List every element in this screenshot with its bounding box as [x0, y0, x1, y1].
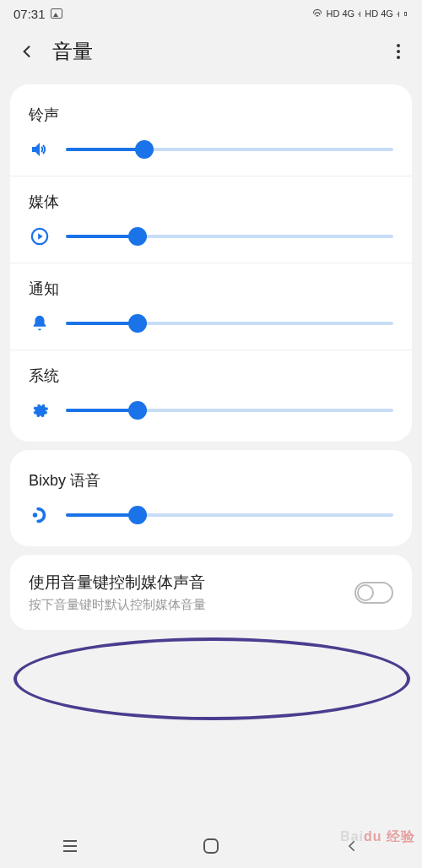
bixby-icon: [29, 504, 51, 526]
volume-icon: [29, 138, 51, 160]
bell-icon: [29, 312, 51, 334]
status-bar: 07:31 HD 4G ⫞ HD 4G ⫞ ▯: [0, 0, 422, 27]
home-button[interactable]: [202, 837, 220, 855]
page-title: 音量: [52, 38, 388, 65]
watermark: Baidu 经验: [340, 828, 415, 846]
screenshot-icon: [51, 8, 62, 19]
system-slider[interactable]: [66, 409, 393, 412]
bixby-card: Bixby 语音: [10, 450, 412, 546]
system-section: 系统: [10, 350, 412, 437]
notification-label: 通知: [29, 279, 393, 299]
toggle-switch[interactable]: [354, 582, 393, 604]
more-menu-button[interactable]: [388, 41, 408, 62]
bixby-label: Bixby 语音: [29, 470, 393, 491]
gear-icon: [29, 399, 51, 421]
media-slider[interactable]: [66, 235, 393, 238]
ringtone-slider[interactable]: [66, 148, 393, 151]
back-button[interactable]: [17, 41, 37, 62]
system-label: 系统: [29, 366, 393, 386]
media-key-toggle-row[interactable]: 使用音量键控制媒体声音 按下音量键时默认控制媒体音量: [10, 555, 412, 630]
ringtone-section: 铃声: [10, 90, 412, 176]
status-indicators: HD 4G ⫞ HD 4G ⫞ ▯: [311, 8, 408, 19]
play-icon: [29, 225, 51, 247]
media-label: 媒体: [29, 192, 393, 212]
toggle-title: 使用音量键控制媒体声音: [29, 572, 354, 594]
volume-sliders-card: 铃声 媒体 通知: [10, 84, 412, 442]
svg-point-1: [33, 513, 38, 518]
bixby-slider[interactable]: [66, 513, 393, 517]
svg-rect-5: [204, 839, 218, 853]
header: 音量: [0, 27, 422, 76]
recents-button[interactable]: [61, 837, 79, 855]
notification-slider[interactable]: [66, 322, 393, 325]
status-time: 07:31: [14, 7, 46, 21]
ringtone-label: 铃声: [29, 105, 393, 125]
annotation-highlight: [14, 637, 410, 720]
notification-section: 通知: [10, 263, 412, 350]
toggle-subtitle: 按下音量键时默认控制媒体音量: [29, 597, 354, 613]
media-section: 媒体: [10, 176, 412, 263]
